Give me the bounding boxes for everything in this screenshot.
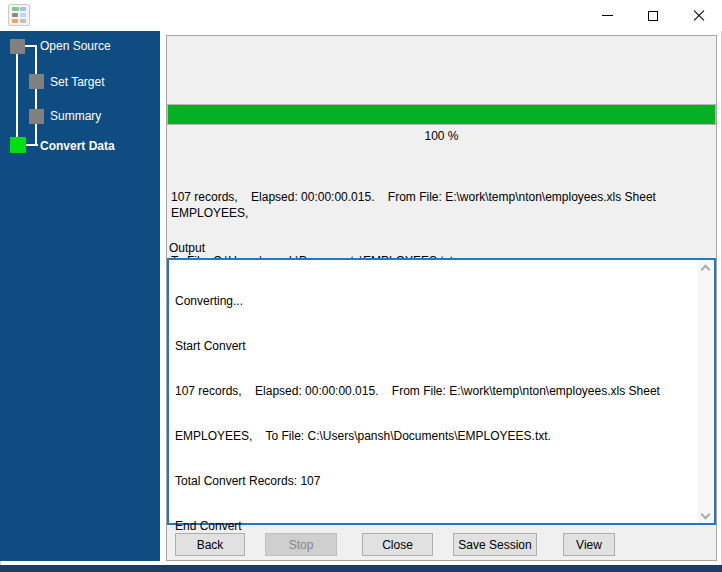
step-connector-vertical-sub xyxy=(35,45,37,146)
minimize-button[interactable] xyxy=(584,0,630,31)
stop-button[interactable]: Stop xyxy=(265,533,337,556)
app-icon-row xyxy=(12,19,26,23)
view-button[interactable]: View xyxy=(563,533,615,556)
wizard-sidebar: Open Source Set Target Summary Convert D… xyxy=(0,31,160,561)
app-icon xyxy=(8,4,30,26)
step-marker-set-target[interactable] xyxy=(29,74,44,89)
output-log-text: Converting... Start Convert 107 records,… xyxy=(175,264,694,572)
progress-fill xyxy=(168,105,715,124)
log-line: 107 records, Elapsed: 00:00:00.015. From… xyxy=(175,384,694,399)
sidebar-item-open-source[interactable]: Open Source xyxy=(40,38,111,54)
close-dialog-button[interactable]: Close xyxy=(362,533,433,556)
minimize-icon xyxy=(602,15,613,16)
app-window: Open Source Set Target Summary Convert D… xyxy=(0,0,722,572)
sidebar-item-summary[interactable]: Summary xyxy=(50,108,101,124)
save-session-button[interactable]: Save Session xyxy=(453,533,537,556)
scroll-down-icon[interactable] xyxy=(701,511,709,519)
window-bottom-border xyxy=(0,565,722,572)
step-marker-open-source[interactable] xyxy=(10,39,25,54)
step-marker-convert-data[interactable] xyxy=(10,137,26,153)
close-icon xyxy=(693,10,705,22)
app-icon-row xyxy=(12,7,26,11)
maximize-button[interactable] xyxy=(630,0,676,31)
log-line: EMPLOYEES, To File: C:\Users\pansh\Docum… xyxy=(175,429,694,444)
back-button[interactable]: Back xyxy=(175,533,245,556)
maximize-icon xyxy=(648,11,658,21)
progress-bar xyxy=(167,104,716,125)
app-icon-row xyxy=(12,13,26,17)
step-marker-summary[interactable] xyxy=(29,109,44,124)
step-connector-vertical-main xyxy=(16,54,18,138)
status-line: 107 records, Elapsed: 00:00:00.015. From… xyxy=(171,189,713,221)
output-log-box[interactable]: Converting... Start Convert 107 records,… xyxy=(167,258,716,525)
output-scrollbar[interactable] xyxy=(697,260,714,523)
output-label: Output xyxy=(169,241,205,256)
sidebar-item-convert-data[interactable]: Convert Data xyxy=(40,138,115,154)
step-connector-open-source xyxy=(25,45,37,47)
log-line: Converting... xyxy=(175,294,694,309)
scroll-up-icon[interactable] xyxy=(701,264,709,272)
main-panel: 100 % 107 records, Elapsed: 00:00:00.015… xyxy=(166,35,717,561)
step-connector-convert-data xyxy=(26,144,38,146)
log-line: Start Convert xyxy=(175,339,694,354)
window-controls xyxy=(584,0,722,31)
log-line: Total Convert Records: 107 xyxy=(175,474,694,489)
progress-percent-label: 100 % xyxy=(167,129,716,144)
close-button[interactable] xyxy=(676,0,722,31)
sidebar-item-set-target[interactable]: Set Target xyxy=(50,74,104,90)
title-bar xyxy=(0,0,722,31)
log-line: End Convert xyxy=(175,519,694,534)
